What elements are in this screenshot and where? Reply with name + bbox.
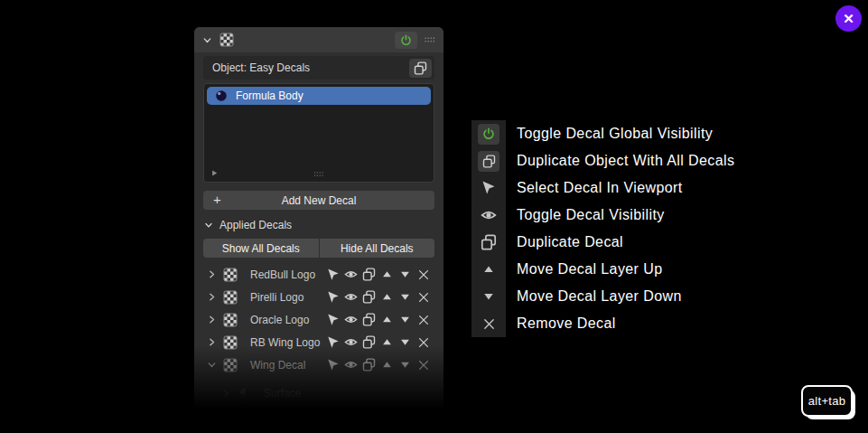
legend-label: Move Decal Layer Up <box>517 261 662 278</box>
add-new-decal-label: Add New Decal <box>282 194 357 207</box>
move-down-icon[interactable] <box>397 357 413 373</box>
move-down-icon[interactable] <box>397 334 413 351</box>
chevron-right-icon[interactable] <box>204 336 219 348</box>
legend-label: Toggle Decal Visibility <box>517 207 665 223</box>
eye-icon[interactable] <box>343 267 359 283</box>
legend-row: Select Decal In Viewport <box>471 174 734 202</box>
decal-name: RB Wing Logo <box>250 336 325 349</box>
legend-row: Move Decal Layer Down <box>471 283 734 310</box>
duplicate-icon[interactable] <box>361 312 377 328</box>
decal-name: Pirelli Logo <box>250 291 325 304</box>
remove-icon[interactable] <box>415 289 431 306</box>
select-decal-icon[interactable] <box>325 267 341 283</box>
chevron-right-icon[interactable] <box>204 291 219 303</box>
drag-grip-icon[interactable] <box>424 33 436 46</box>
move-down-icon[interactable] <box>397 312 413 328</box>
select-decal-icon[interactable] <box>325 312 341 328</box>
eye-icon[interactable] <box>343 289 359 306</box>
decal-name: RedBull Logo <box>250 268 325 281</box>
eye-icon[interactable] <box>343 312 359 328</box>
remove-icon[interactable] <box>415 312 431 328</box>
select-cursor-icon <box>471 174 506 202</box>
power-icon <box>400 34 412 46</box>
decal-texture-icon <box>223 313 238 327</box>
list-resize-grip-icon[interactable] <box>313 168 325 180</box>
duplicate-icon <box>471 229 506 256</box>
move-down-icon[interactable] <box>397 267 413 283</box>
key-hint-badge: alt+tab <box>801 385 857 421</box>
object-label: Object: Easy Decals <box>212 61 409 74</box>
chevron-right-icon[interactable] <box>219 388 233 400</box>
remove-icon[interactable] <box>415 267 431 283</box>
legend-row: Remove Decal <box>471 310 734 337</box>
duplicate-object-button[interactable] <box>409 59 432 78</box>
eye-icon[interactable] <box>343 334 359 351</box>
decal-row: Pirelli Logo <box>203 286 434 308</box>
close-button[interactable]: ✕ <box>835 5 862 32</box>
select-decal-icon[interactable] <box>325 334 341 351</box>
chevron-right-icon[interactable] <box>204 314 219 325</box>
material-sphere-icon <box>238 387 252 400</box>
eye-icon[interactable] <box>343 357 359 373</box>
remove-icon <box>471 310 506 337</box>
toggle-global-visibility-button[interactable] <box>395 32 417 49</box>
legend-label: Toggle Decal Global Visibility <box>517 126 713 142</box>
decal-texture-icon <box>223 268 238 282</box>
selected-object-row[interactable]: Formula Body <box>207 87 431 105</box>
sub-row-name: Surface <box>264 387 301 400</box>
object-list[interactable]: Formula Body <box>203 83 434 183</box>
decal-name: Wing Decal <box>250 359 325 372</box>
legend-label: Duplicate Decal <box>517 234 623 250</box>
select-decal-icon[interactable] <box>325 289 341 306</box>
move-up-icon[interactable] <box>379 312 395 328</box>
duplicate-icon[interactable] <box>361 267 377 283</box>
decal-row: RedBull Logo <box>203 263 434 286</box>
plus-icon: + <box>213 192 221 207</box>
legend-label: Move Decal Layer Down <box>517 288 682 305</box>
duplicate-object-icon <box>478 151 499 172</box>
decal-rows: RedBull Logo Pirelli Logo <box>203 263 434 404</box>
icon-legend: Toggle Decal Global Visibility Duplicate… <box>471 120 734 337</box>
decal-actions <box>325 289 434 306</box>
hide-all-decals-button[interactable]: Hide All Decals <box>320 239 435 258</box>
panel-header[interactable] <box>194 27 443 52</box>
remove-icon[interactable] <box>415 357 431 373</box>
decal-texture-icon <box>223 358 238 372</box>
applied-decals-header[interactable]: Applied Decals <box>203 219 434 231</box>
legend-row: Duplicate Decal <box>471 229 734 256</box>
list-filter-toggle-icon[interactable] <box>210 168 219 178</box>
applied-decals-title: Applied Decals <box>219 219 292 231</box>
decal-actions <box>325 334 434 351</box>
move-up-icon[interactable] <box>379 289 395 306</box>
decal-actions <box>325 267 434 283</box>
duplicate-icon[interactable] <box>361 334 377 351</box>
move-up-icon[interactable] <box>379 334 395 351</box>
panel-body: Object: Easy Decals Formula Body + Add N… <box>194 56 443 404</box>
add-new-decal-button[interactable]: + Add New Decal <box>203 191 434 210</box>
eye-icon <box>471 202 506 229</box>
move-up-icon[interactable] <box>379 267 395 283</box>
decal-name: Oracle Logo <box>250 314 325 326</box>
duplicate-icon[interactable] <box>361 289 377 306</box>
checker-texture-icon <box>219 33 234 47</box>
legend-row: Toggle Decal Global Visibility <box>471 120 734 147</box>
close-icon: ✕ <box>843 11 854 27</box>
duplicate-icon[interactable] <box>361 357 377 373</box>
move-up-icon[interactable] <box>379 357 395 373</box>
object-box: Object: Easy Decals <box>203 56 434 80</box>
legend-row: Duplicate Object With All Decals <box>471 147 734 174</box>
legend-icon-cell <box>471 120 506 147</box>
chevron-down-icon[interactable] <box>201 34 213 46</box>
visibility-buttons: Show All Decals Hide All Decals <box>203 239 434 258</box>
chevron-right-icon[interactable] <box>204 268 219 280</box>
show-all-decals-button[interactable]: Show All Decals <box>203 239 319 258</box>
chevron-down-icon[interactable] <box>204 359 219 371</box>
remove-icon[interactable] <box>415 334 431 351</box>
object-sphere-icon <box>215 89 228 102</box>
decal-row: Wing Decal <box>203 353 434 376</box>
decal-texture-icon <box>223 290 238 305</box>
decal-row: Oracle Logo <box>203 308 434 331</box>
select-decal-icon[interactable] <box>325 357 341 373</box>
move-down-icon[interactable] <box>397 289 413 306</box>
power-icon <box>478 124 499 145</box>
